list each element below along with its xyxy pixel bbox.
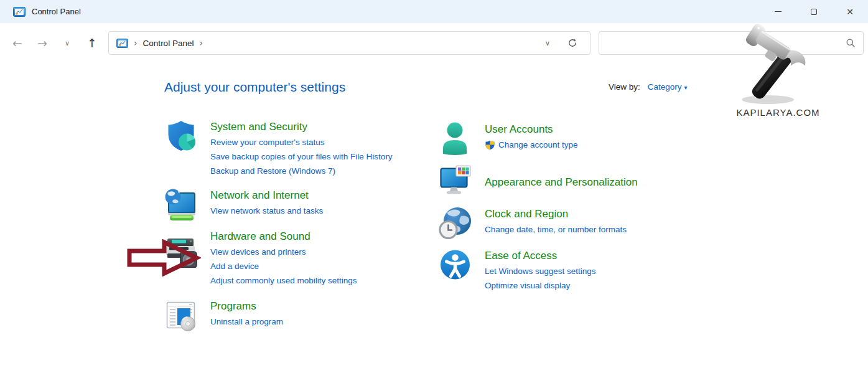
user-accounts-icon[interactable] <box>439 121 473 158</box>
refresh-icon <box>567 38 577 48</box>
titlebar: Control Panel ✕ <box>0 0 868 23</box>
view-by-label: View by: <box>609 82 640 92</box>
network-and-internet-icon[interactable] <box>164 187 198 224</box>
search-input[interactable] <box>607 32 846 54</box>
category-network-and-internet: Network and Internet View network status… <box>164 187 323 224</box>
task-link[interactable]: Add a device <box>210 259 357 273</box>
address-bar[interactable]: › Control Panel › ∨ <box>108 31 590 55</box>
task-link[interactable]: Change date, time, or number formats <box>485 222 627 237</box>
minimize-button[interactable] <box>760 0 796 23</box>
category-ease-of-access: Ease of Access Let Windows suggest setti… <box>439 248 596 293</box>
task-link-uac[interactable]: Change account type <box>485 138 578 152</box>
clock-and-region-icon[interactable] <box>439 206 473 243</box>
close-button[interactable]: ✕ <box>832 0 868 23</box>
category-system-and-security: System and Security Review your computer… <box>164 119 393 178</box>
breadcrumb-control-panel[interactable]: Control Panel <box>143 39 194 48</box>
appearance-and-personalization-icon[interactable] <box>439 164 473 201</box>
task-link[interactable]: Uninstall a program <box>210 314 283 329</box>
chevron-down-icon: ∨ <box>65 39 70 47</box>
task-link[interactable]: Let Windows suggest settings <box>485 264 596 278</box>
refresh-button[interactable] <box>560 38 585 48</box>
red-arrow-annotation <box>125 239 201 276</box>
search-box[interactable] <box>599 31 864 55</box>
task-link[interactable]: Optimize visual display <box>485 278 596 293</box>
back-icon: ← <box>12 36 22 50</box>
recent-locations-button[interactable]: ∨ <box>55 31 80 55</box>
back-button[interactable]: ← <box>5 31 30 55</box>
category-title-programs[interactable]: Programs <box>210 298 283 314</box>
page-title: Adjust your computer's settings <box>164 80 345 95</box>
category-title-user-accounts[interactable]: User Accounts <box>485 121 578 138</box>
breadcrumb-control-panel-icon <box>116 39 128 48</box>
navigation-bar: ← → ∨ ↑ › Control Panel › ∨ <box>0 23 868 62</box>
breadcrumb-chevron-icon: › <box>134 38 138 48</box>
category-title-clock-and-region[interactable]: Clock and Region <box>485 206 627 222</box>
category-title-hardware-and-sound[interactable]: Hardware and Sound <box>210 229 357 245</box>
up-icon: ↑ <box>87 36 97 50</box>
address-dropdown-button[interactable]: ∨ <box>535 39 560 47</box>
system-and-security-icon[interactable] <box>164 119 198 178</box>
breadcrumb-chevron-icon: › <box>199 38 203 48</box>
category-programs: Programs Uninstall a program <box>164 298 283 335</box>
uac-shield-icon <box>485 140 495 150</box>
maximize-icon <box>811 9 817 15</box>
ease-of-access-icon[interactable] <box>439 248 473 293</box>
programs-icon[interactable] <box>164 298 198 335</box>
task-link[interactable]: View network status and tasks <box>210 204 323 218</box>
category-clock-and-region: Clock and Region Change date, time, or n… <box>439 206 627 243</box>
task-link[interactable]: Backup and Restore (Windows 7) <box>210 164 393 178</box>
maximize-button[interactable] <box>796 0 832 23</box>
search-icon[interactable] <box>846 38 856 48</box>
task-link[interactable]: Adjust commonly used mobility settings <box>210 273 357 288</box>
view-by-caret-icon: ▾ <box>684 84 688 91</box>
minimize-icon <box>775 11 782 12</box>
up-button[interactable]: ↑ <box>80 31 105 55</box>
task-link[interactable]: Review your computer's status <box>210 135 393 149</box>
view-by-dropdown[interactable]: Category▾ <box>648 82 688 92</box>
watermark-text: KAPILARYA.COM <box>727 107 829 118</box>
window-title: Control Panel <box>32 7 81 16</box>
category-title-ease-of-access[interactable]: Ease of Access <box>485 248 596 264</box>
category-appearance-and-personalization: Appearance and Personalization <box>439 164 638 201</box>
category-title-appearance-and-personalization[interactable]: Appearance and Personalization <box>485 174 638 191</box>
forward-icon: → <box>37 36 47 50</box>
forward-button[interactable]: → <box>30 31 55 55</box>
task-link[interactable]: View devices and printers <box>210 245 357 259</box>
close-icon: ✕ <box>846 7 854 17</box>
category-user-accounts: User Accounts Change account type <box>439 121 578 158</box>
task-link[interactable]: Save backup copies of your files with Fi… <box>210 149 393 164</box>
category-title-network-and-internet[interactable]: Network and Internet <box>210 187 323 204</box>
category-title-system-and-security[interactable]: System and Security <box>210 119 393 135</box>
control-panel-icon <box>13 7 26 17</box>
